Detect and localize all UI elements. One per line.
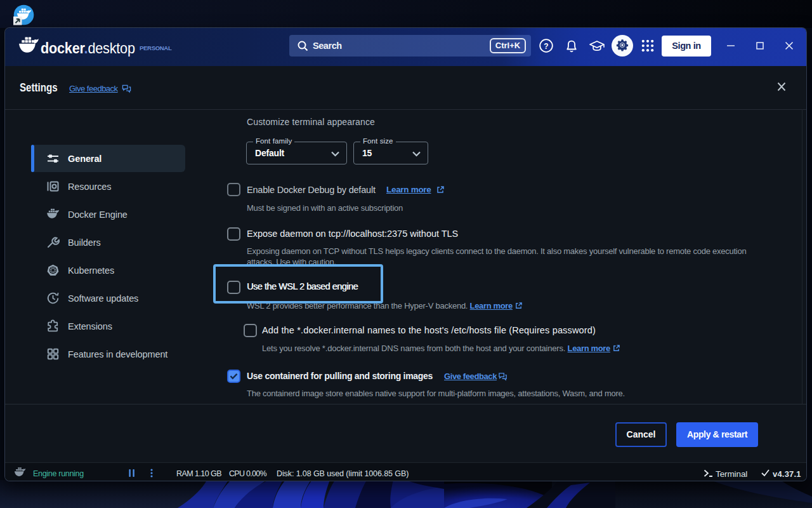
svg-text:?: ?: [544, 42, 548, 51]
